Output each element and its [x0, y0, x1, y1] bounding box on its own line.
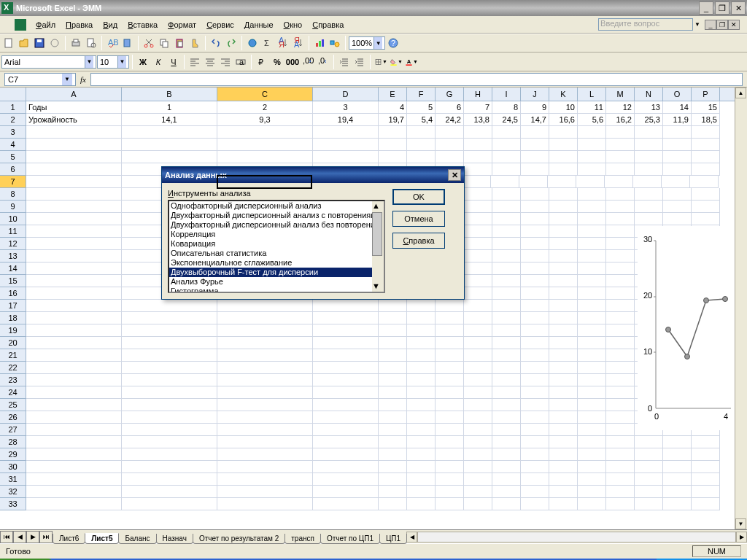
cell[interactable] [26, 201, 122, 213]
cell[interactable] [26, 436, 122, 448]
cell[interactable] [407, 498, 436, 510]
chart-wizard-button[interactable] [312, 36, 327, 50]
cell[interactable] [549, 262, 578, 275]
scroll-down-button[interactable]: ▼ [735, 518, 746, 529]
font-name-combo[interactable]: Arial▼ [1, 55, 96, 69]
permission-button[interactable] [47, 36, 62, 50]
cell[interactable] [606, 399, 635, 411]
cancel-button[interactable]: Отмена [392, 211, 445, 227]
cell[interactable] [492, 300, 521, 312]
cell[interactable] [407, 473, 436, 486]
cell[interactable] [407, 461, 436, 473]
cell[interactable] [692, 461, 720, 473]
cell[interactable] [662, 176, 690, 188]
formula-input[interactable] [90, 73, 743, 86]
cell[interactable] [217, 362, 313, 374]
format-painter-button[interactable] [187, 36, 202, 50]
cell[interactable] [492, 225, 521, 238]
cell[interactable] [407, 300, 436, 312]
menu-Формат[interactable]: Формат [163, 19, 201, 31]
cell[interactable] [549, 139, 578, 151]
cell[interactable] [578, 486, 606, 498]
cell[interactable] [313, 324, 379, 337]
cell[interactable] [692, 486, 720, 498]
cell[interactable] [549, 238, 578, 250]
cell[interactable] [122, 324, 217, 337]
cell[interactable] [578, 374, 606, 386]
row-header[interactable]: 10 [0, 213, 26, 225]
col-header-E[interactable]: E [379, 88, 407, 101]
cell[interactable]: 8 [492, 101, 521, 114]
cell[interactable] [379, 374, 407, 386]
cell[interactable] [492, 188, 521, 201]
cell[interactable] [407, 386, 436, 399]
cell[interactable] [549, 324, 578, 337]
cell[interactable] [521, 374, 549, 386]
cell[interactable] [464, 225, 492, 238]
cell[interactable]: 1 [122, 101, 217, 114]
cell[interactable] [578, 399, 606, 411]
cell[interactable] [521, 275, 549, 287]
menu-Файл[interactable]: Файл [31, 19, 61, 31]
cell[interactable] [491, 176, 519, 188]
cell[interactable] [436, 411, 464, 424]
cell[interactable] [578, 424, 606, 436]
row-header[interactable]: 9 [0, 201, 26, 213]
cell[interactable] [521, 238, 549, 250]
cell[interactable] [379, 300, 407, 312]
cell[interactable] [578, 498, 606, 510]
cell[interactable] [26, 312, 122, 324]
cell[interactable] [549, 386, 578, 399]
cell[interactable] [407, 374, 436, 386]
row-header[interactable]: 32 [0, 486, 26, 498]
menu-Вставка[interactable]: Вставка [123, 19, 163, 31]
cell[interactable] [464, 498, 492, 510]
tab-first-button[interactable]: ⏮ [0, 531, 13, 543]
decrease-decimal-button[interactable]: ,0 [316, 55, 330, 69]
cell[interactable] [606, 163, 635, 176]
cell[interactable] [436, 337, 464, 349]
cell[interactable] [313, 436, 379, 448]
cell[interactable]: 11,9 [663, 114, 692, 126]
cell[interactable] [663, 213, 692, 225]
cell[interactable] [379, 139, 407, 151]
cell[interactable] [379, 486, 407, 498]
cell[interactable] [606, 424, 635, 436]
list-item[interactable]: Экспоненциальное сглаживание [169, 258, 384, 268]
col-header-H[interactable]: H [464, 88, 492, 101]
cell[interactable] [549, 362, 578, 374]
cell[interactable] [436, 486, 464, 498]
cell[interactable] [635, 163, 663, 176]
cell[interactable] [464, 126, 492, 139]
row-header[interactable]: 17 [0, 300, 26, 312]
cell[interactable] [549, 486, 578, 498]
cell[interactable] [217, 473, 313, 486]
cell[interactable] [26, 498, 122, 510]
col-header-L[interactable]: L [578, 88, 606, 101]
cell[interactable]: 13 [635, 101, 663, 114]
cell[interactable] [663, 139, 692, 151]
cell[interactable] [379, 473, 407, 486]
cell[interactable] [464, 238, 492, 250]
cell[interactable] [605, 176, 633, 188]
cell[interactable] [635, 213, 663, 225]
cell[interactable] [663, 436, 692, 448]
help-button[interactable]: ? [386, 36, 400, 50]
cell[interactable] [519, 176, 548, 188]
cell[interactable] [313, 337, 379, 349]
cell[interactable] [606, 362, 635, 374]
cell[interactable] [521, 411, 549, 424]
cell[interactable] [549, 287, 578, 300]
cell[interactable] [521, 386, 549, 399]
cell[interactable] [521, 163, 549, 176]
doc-restore-button[interactable]: ❐ [716, 20, 728, 30]
cell[interactable] [122, 399, 217, 411]
cell[interactable] [217, 324, 313, 337]
tab-next-button[interactable]: ▶ [26, 531, 39, 543]
cell[interactable] [217, 498, 313, 510]
cell[interactable] [379, 324, 407, 337]
autosum-button[interactable]: Σ [260, 36, 275, 50]
cell[interactable] [663, 126, 692, 139]
cell[interactable] [549, 436, 578, 448]
cell[interactable] [492, 486, 521, 498]
